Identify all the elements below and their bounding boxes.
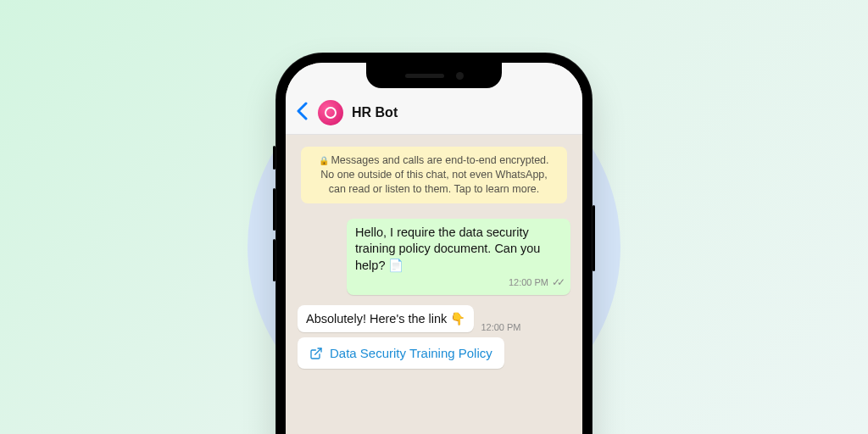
phone-frame: HR Bot 🔒Messages and calls are end-to-en… bbox=[275, 53, 593, 434]
mute-switch bbox=[273, 146, 275, 170]
link-card[interactable]: Data Security Training Policy bbox=[298, 337, 504, 369]
phone-notch bbox=[366, 63, 502, 88]
back-icon[interactable] bbox=[294, 102, 309, 124]
phone-screen: HR Bot 🔒Messages and calls are end-to-en… bbox=[286, 63, 582, 434]
lock-icon: 🔒 bbox=[319, 155, 329, 167]
outgoing-time: 12:00 PM bbox=[509, 276, 548, 289]
incoming-text: Absolutely! Here's the link 👇 bbox=[306, 312, 465, 326]
outgoing-meta: 12:00 PM ✓✓ bbox=[355, 275, 562, 289]
incoming-bubble[interactable]: Absolutely! Here's the link 👇 bbox=[298, 305, 474, 333]
volume-up-button bbox=[273, 188, 275, 231]
volume-down-button bbox=[273, 239, 275, 281]
encryption-banner[interactable]: 🔒Messages and calls are end-to-end encry… bbox=[301, 147, 567, 203]
contact-name[interactable]: HR Bot bbox=[352, 105, 398, 120]
incoming-time: 12:00 PM bbox=[481, 322, 520, 332]
chat-body: 🔒Messages and calls are end-to-end encry… bbox=[286, 135, 582, 391]
outgoing-text: Hello, I require the data security train… bbox=[355, 225, 562, 275]
link-label: Data Security Training Policy bbox=[330, 346, 492, 360]
power-button bbox=[593, 205, 595, 271]
message-row-incoming: Absolutely! Here's the link 👇 12:00 PM D… bbox=[298, 305, 570, 370]
svg-line-0 bbox=[315, 348, 321, 354]
chat-header: HR Bot bbox=[286, 95, 582, 135]
outgoing-bubble[interactable]: Hello, I require the data security train… bbox=[347, 219, 570, 295]
message-row-outgoing: Hello, I require the data security train… bbox=[298, 219, 570, 295]
speaker-grille bbox=[405, 74, 444, 78]
front-camera bbox=[456, 72, 464, 80]
external-link-icon bbox=[309, 347, 323, 360]
encryption-text: Messages and calls are end-to-end encryp… bbox=[320, 154, 548, 195]
read-checks-icon: ✓✓ bbox=[552, 275, 562, 289]
avatar-ring-icon bbox=[325, 107, 337, 119]
avatar[interactable] bbox=[318, 100, 343, 125]
